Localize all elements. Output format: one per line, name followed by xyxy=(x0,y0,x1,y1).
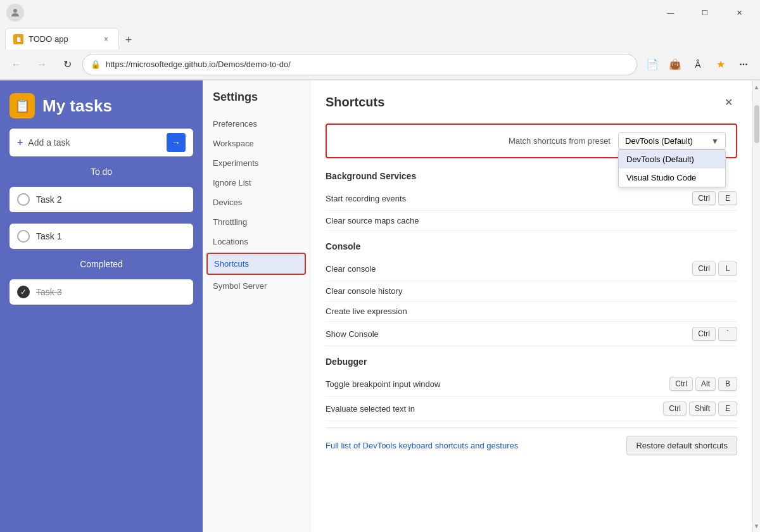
shortcut-name: Clear console history xyxy=(326,286,730,296)
profile-avatar[interactable] xyxy=(6,4,24,22)
title-bar-left xyxy=(6,4,24,22)
new-tab-button[interactable]: + xyxy=(119,30,138,49)
preset-option-devtools[interactable]: DevTools (Default) xyxy=(619,150,725,168)
kbd-ctrl: Ctrl xyxy=(692,262,716,276)
url-text: https://microsoftedge.github.io/Demos/de… xyxy=(106,60,629,69)
kbd-backtick: ` xyxy=(718,327,737,341)
lock-icon: 🔒 xyxy=(91,60,101,69)
debugger-header: Debugger xyxy=(326,357,737,367)
minimize-button[interactable]: — xyxy=(656,3,685,22)
kbd-group: Ctrl Alt B xyxy=(669,377,737,391)
sidebar-item-experiments[interactable]: Experiments xyxy=(203,153,310,173)
preset-label: Match shortcuts from preset xyxy=(509,132,611,146)
scrollbar[interactable]: ▲ ▼ xyxy=(752,80,760,532)
sidebar-item-locations[interactable]: Locations xyxy=(203,232,310,251)
reading-view-button[interactable]: 📄 xyxy=(642,54,662,75)
shortcut-row-toggle-breakpoint: Toggle breakpoint input window Ctrl Alt … xyxy=(326,372,737,396)
tab-title: TODO app xyxy=(28,34,96,44)
shortcut-row-show-console: Show Console Ctrl ` xyxy=(326,322,737,346)
kbd-e: E xyxy=(718,402,737,415)
task-item-task1[interactable]: Task 1 xyxy=(10,224,193,249)
sidebar-item-preferences[interactable]: Preferences xyxy=(203,114,310,134)
shortcut-name: Evaluate selected text in xyxy=(326,404,656,414)
settings-title: Settings xyxy=(203,91,310,114)
todo-title: My tasks xyxy=(42,96,112,116)
kbd-ctrl: Ctrl xyxy=(663,402,687,415)
tab-favicon: 📋 xyxy=(13,34,23,44)
preset-select-wrapper: DevTools (Default) ▼ DevTools (Default) … xyxy=(618,132,726,149)
window-controls: — ☐ ✕ xyxy=(656,3,754,22)
preset-select[interactable]: DevTools (Default) ▼ xyxy=(618,132,726,149)
title-bar: — ☐ ✕ xyxy=(0,0,760,25)
scroll-down-arrow[interactable]: ▼ xyxy=(752,521,760,531)
shortcuts-title: Shortcuts xyxy=(326,95,384,110)
restore-defaults-button[interactable]: Restore default shortcuts xyxy=(626,436,737,455)
back-button[interactable]: ← xyxy=(6,54,27,75)
sidebar-item-symbol-server[interactable]: Symbol Server xyxy=(203,276,310,296)
completed-section-label: Completed xyxy=(10,259,193,269)
shortcuts-content: Shortcuts ✕ Match shortcuts from preset … xyxy=(310,80,752,532)
svg-point-0 xyxy=(13,9,17,13)
kbd-ctrl: Ctrl xyxy=(692,327,716,341)
kbd-group: Ctrl E xyxy=(692,191,737,205)
more-button[interactable]: ··· xyxy=(733,54,754,75)
address-bar: ← → ↻ 🔒 https://microsoftedge.github.io/… xyxy=(0,49,760,80)
todo-app-icon: 📋 xyxy=(10,93,35,118)
task3-checkbox[interactable]: ✓ xyxy=(17,286,30,298)
console-header: Console xyxy=(326,241,737,251)
task-item-task2[interactable]: Task 2 xyxy=(10,187,193,213)
shortcut-row-clear-console: Clear console Ctrl L xyxy=(326,256,737,281)
kbd-b: B xyxy=(718,377,737,391)
sidebar-item-devices[interactable]: Devices xyxy=(203,193,310,212)
task2-checkbox[interactable] xyxy=(17,193,30,206)
shortcut-name: Clear console xyxy=(326,264,685,274)
shortcut-name: Start recording events xyxy=(326,194,685,203)
task1-checkbox[interactable] xyxy=(17,230,30,243)
shortcut-name: Toggle breakpoint input window xyxy=(326,379,662,389)
toolbar-right: 📄 👜 Â ★ ··· xyxy=(642,54,754,75)
tab-close-button[interactable]: × xyxy=(101,34,111,45)
add-task-bar[interactable]: + Add a task → xyxy=(10,129,193,156)
forward-button[interactable]: → xyxy=(32,54,52,75)
main-area: 📋 My tasks + Add a task → To do Task 2 T… xyxy=(0,80,760,532)
kbd-ctrl: Ctrl xyxy=(669,377,693,391)
preset-select-text: DevTools (Default) xyxy=(625,136,707,146)
kbd-alt: Alt xyxy=(695,377,716,391)
chevron-down-icon: ▼ xyxy=(711,137,719,146)
close-button[interactable]: ✕ xyxy=(725,3,754,22)
shortcuts-header: Shortcuts ✕ xyxy=(326,93,737,111)
sidebar-item-throttling[interactable]: Throttling xyxy=(203,212,310,232)
sidebar-item-workspace[interactable]: Workspace xyxy=(203,134,310,153)
shortcuts-footer: Full list of DevTools keyboard shortcuts… xyxy=(326,428,737,455)
kbd-l: L xyxy=(718,262,737,276)
shortcut-row-evaluate-selected: Evaluate selected text in Ctrl Shift E xyxy=(326,396,737,421)
kbd-group: Ctrl Shift E xyxy=(663,402,737,415)
preset-dropdown: DevTools (Default) Visual Studio Code xyxy=(618,149,726,187)
favorites-button[interactable]: ★ xyxy=(711,54,731,75)
reload-button[interactable]: ↻ xyxy=(57,54,77,75)
shortcut-row-clear-source: Clear source maps cache xyxy=(326,211,737,231)
full-list-link[interactable]: Full list of DevTools keyboard shortcuts… xyxy=(326,441,518,450)
url-bar[interactable]: 🔒 https://microsoftedge.github.io/Demos/… xyxy=(82,54,637,75)
scroll-up-arrow[interactable]: ▲ xyxy=(752,82,760,92)
sidebar-item-ignore-list[interactable]: Ignore List xyxy=(203,173,310,193)
scroll-thumb[interactable] xyxy=(754,105,759,143)
shortcut-row-clear-history: Clear console history xyxy=(326,281,737,301)
preset-box: Match shortcuts from preset DevTools (De… xyxy=(326,124,737,158)
collections-button[interactable]: 👜 xyxy=(665,54,685,75)
shortcut-row-start-recording: Start recording events Ctrl E xyxy=(326,186,737,211)
add-task-label: Add a task xyxy=(28,137,162,148)
task-item-task3[interactable]: ✓ Task 3 xyxy=(10,279,193,305)
sidebar-item-shortcuts[interactable]: Shortcuts xyxy=(206,253,306,275)
task2-name: Task 2 xyxy=(36,194,61,205)
shortcut-name: Clear source maps cache xyxy=(326,216,730,225)
close-button[interactable]: ✕ xyxy=(719,93,737,111)
add-task-button[interactable]: → xyxy=(167,133,186,152)
maximize-button[interactable]: ☐ xyxy=(690,3,719,22)
settings-sidebar: Settings Preferences Workspace Experimen… xyxy=(203,80,310,532)
active-tab[interactable]: 📋 TODO app × xyxy=(5,28,119,49)
add-icon: + xyxy=(17,137,23,148)
todo-header: 📋 My tasks xyxy=(10,93,193,118)
read-aloud-button[interactable]: Â xyxy=(688,54,708,75)
preset-option-vscode[interactable]: Visual Studio Code xyxy=(619,168,725,187)
